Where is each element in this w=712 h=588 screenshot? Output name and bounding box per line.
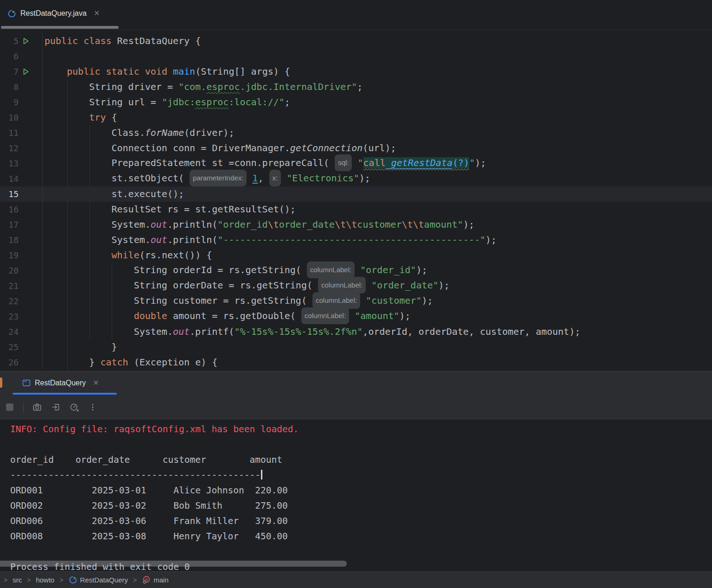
more-options-icon[interactable] (87, 401, 99, 413)
close-icon[interactable]: ✕ (93, 379, 99, 387)
line-number: 16 (0, 205, 19, 214)
code-text: public class RestDataQuery { (43, 33, 201, 49)
close-icon[interactable]: ✕ (94, 10, 100, 17)
code-text: String orderDate = rs.getString( columnL… (43, 278, 450, 294)
camera-icon[interactable] (31, 401, 43, 413)
code-line[interactable]: 17 System.out.println("order_id\torder_d… (0, 217, 712, 232)
line-number: 7 (0, 67, 19, 77)
editor-tab-underline (1, 26, 119, 29)
gutter: 9 (0, 95, 43, 110)
gutter: 21 (0, 278, 43, 294)
line-number: 15 (0, 189, 19, 199)
code-line[interactable]: 10 try { (0, 110, 712, 125)
profiler-gauge-icon[interactable] (68, 401, 80, 413)
code-text: Class.forName(driver); (43, 125, 234, 141)
code-text: public static void main(String[] args) { (43, 64, 290, 79)
gutter: 13 (0, 156, 43, 171)
code-line[interactable]: 13 PreparedStatement st =conn.prepareCal… (0, 156, 712, 171)
line-number: 11 (0, 128, 19, 138)
console-line: INFO: Config file: raqsoftConfig.xml has… (10, 424, 299, 435)
gutter: 16 (0, 202, 43, 217)
code-line[interactable]: 9 String url = "jdbc:esproc:local://"; (0, 95, 712, 110)
code-line[interactable]: 21 String orderDate = rs.getString( colu… (0, 278, 712, 294)
gutter: 6 (0, 49, 43, 64)
gutter: 22 (0, 294, 43, 309)
code-line[interactable]: 23 double amount = rs.getDouble( columnL… (0, 309, 712, 324)
method-icon: m (142, 575, 151, 584)
line-number: 6 (0, 51, 19, 61)
chevron-right-icon: > (59, 576, 63, 584)
line-number: 8 (0, 82, 19, 92)
breadcrumb-label: src (13, 576, 22, 584)
gutter: 19 (0, 248, 43, 263)
gutter: 17 (0, 217, 43, 232)
gutter: 23 (0, 309, 43, 324)
code-line[interactable]: 24 System.out.printf("%-15s%-15s%-15s%.2… (0, 324, 712, 339)
code-text: System.out.println("order_id\torder_date… (43, 217, 474, 232)
run-toolwindow-header: RestDataQuery ✕ (0, 371, 712, 396)
gutter: 15 (0, 186, 43, 202)
code-line[interactable]: 6 (0, 49, 712, 64)
gutter: 24 (0, 324, 43, 339)
class-icon (69, 575, 77, 584)
breadcrumb-item-howto[interactable]: howto (36, 576, 54, 584)
code-text: String customer = rs.getString( columnLa… (43, 293, 433, 310)
run-window-icon (22, 379, 31, 387)
code-line[interactable]: 16 ResultSet rs = st.getResultSet(); (0, 202, 712, 217)
breadcrumb-label: main (153, 576, 169, 584)
code-line[interactable]: 14 st.setObject( parameterIndex: 1, x: "… (0, 171, 712, 186)
code-text: st.execute(); (43, 186, 184, 202)
breadcrumb-item-restdataquery[interactable]: RestDataQuery (69, 575, 128, 584)
code-line[interactable]: 18 System.out.println("-----------------… (0, 232, 712, 248)
code-line[interactable]: 26 } catch (Exception e) { (0, 355, 712, 370)
partial-toolwindow-icon (0, 377, 2, 388)
code-text: String orderId = rs.getString( columnLab… (43, 262, 427, 279)
run-tab-title: RestDataQuery (35, 379, 86, 387)
console-line: order_id order_date customer amount (10, 454, 282, 465)
console-line: ORD006 2025-03-06 Frank Miller 379.00 (10, 516, 288, 526)
code-line[interactable]: 25 } (0, 339, 712, 355)
active-tab-indicator (13, 393, 117, 395)
toolbar-divider (23, 402, 24, 413)
line-number: 10 (0, 113, 19, 122)
console-line: ----------------------------------------… (10, 470, 261, 480)
console-line: Process finished with exit code 0 (10, 562, 190, 572)
code-text: Connection conn = DriverManager.getConne… (43, 141, 396, 156)
stop-icon[interactable] (4, 401, 16, 413)
code-line[interactable]: 15 st.execute(); (0, 186, 712, 202)
code-line[interactable]: 22 String customer = rs.getString( colum… (0, 294, 712, 309)
code-line[interactable]: 20 String orderId = rs.getString( column… (0, 263, 712, 278)
code-line[interactable]: 11 Class.forName(driver); (0, 125, 712, 141)
code-line[interactable]: 12 Connection conn = DriverManager.getCo… (0, 141, 712, 156)
editor-tab-title: RestDataQuery.java (20, 9, 87, 18)
run-console[interactable]: INFO: Config file: raqsoftConfig.xml has… (0, 419, 712, 571)
code-line[interactable]: 8 String driver = "com.esproc.jdbc.Inter… (0, 79, 712, 95)
console-output: INFO: Config file: raqsoftConfig.xml has… (0, 419, 712, 575)
chevron-right-icon: > (4, 576, 7, 584)
editor-tab-restdataquery[interactable]: RestDataQuery.java ✕ (0, 0, 108, 27)
arrow-into-frame-icon[interactable] (50, 401, 62, 413)
breadcrumb-item-main[interactable]: mmain (142, 575, 169, 584)
line-number: 22 (0, 296, 19, 306)
inlay-hint: columnLabel: (307, 262, 355, 278)
gutter: 25 (0, 339, 43, 355)
breadcrumb-item-src[interactable]: src (13, 576, 22, 584)
gutter: 5 (0, 33, 43, 49)
code-line[interactable]: 19 while(rs.next()) { (0, 248, 712, 263)
run-tab-restdataquery[interactable]: RestDataQuery ✕ (19, 371, 103, 394)
gutter: 14 (0, 171, 43, 186)
chevron-right-icon: > (133, 576, 137, 584)
gutter: 18 (0, 232, 43, 248)
code-editor[interactable]: 5public class RestDataQuery {67 public s… (0, 30, 712, 371)
code-line[interactable]: 5public class RestDataQuery { (0, 33, 712, 49)
code-line[interactable]: 7 public static void main(String[] args)… (0, 64, 712, 79)
gutter: 8 (0, 79, 43, 95)
line-number: 19 (0, 250, 19, 260)
editor-tab-bar: RestDataQuery.java ✕ (0, 0, 712, 30)
code-text: while(rs.next()) { (43, 248, 212, 263)
code-text: double amount = rs.getDouble( columnLabe… (43, 308, 411, 325)
run-line-icon[interactable] (19, 37, 42, 45)
gutter: 12 (0, 141, 43, 156)
run-line-icon[interactable] (19, 68, 42, 76)
console-line: ORD008 2025-03-08 Henry Taylor 450.00 (10, 531, 288, 542)
